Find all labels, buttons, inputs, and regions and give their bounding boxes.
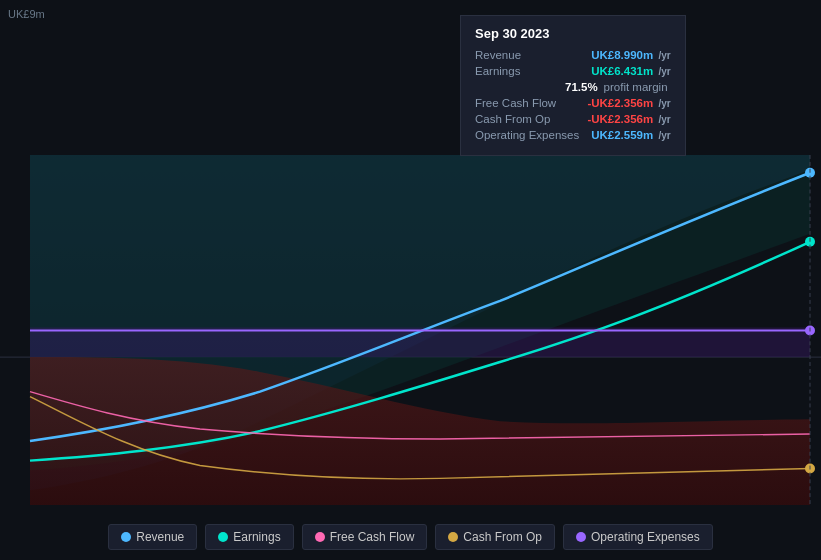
legend-earnings[interactable]: Earnings [205, 524, 293, 550]
y-label-top: UK£9m [8, 8, 45, 20]
tooltip-revenue-value: UK£8.990m /yr [591, 49, 670, 61]
tooltip-fcf-value: -UK£2.356m /yr [587, 97, 670, 109]
tooltip-profit-margin: 71.5% profit margin [475, 81, 671, 93]
legend-opex[interactable]: Operating Expenses [563, 524, 713, 550]
tooltip-opex-row: Operating Expenses UK£2.559m /yr [475, 129, 671, 141]
revenue-dot [121, 532, 131, 542]
tooltip-opex-value: UK£2.559m /yr [591, 129, 670, 141]
cashop-dot [448, 532, 458, 542]
tooltip-earnings-value: UK£6.431m /yr [591, 65, 670, 77]
earnings-dot [218, 532, 228, 542]
legend-revenue-label: Revenue [136, 530, 184, 544]
legend-revenue[interactable]: Revenue [108, 524, 197, 550]
tooltip-earnings-row: Earnings UK£6.431m /yr [475, 65, 671, 77]
fcf-dot [315, 532, 325, 542]
opex-dot [576, 532, 586, 542]
profit-pct-value: 71.5% [565, 81, 598, 93]
legend-fcf-label: Free Cash Flow [330, 530, 415, 544]
legend-earnings-label: Earnings [233, 530, 280, 544]
data-tooltip: Sep 30 2023 Revenue UK£8.990m /yr Earnin… [460, 15, 686, 156]
tooltip-earnings-label: Earnings [475, 65, 520, 77]
tooltip-cashop-label: Cash From Op [475, 113, 550, 125]
legend-cashop-label: Cash From Op [463, 530, 542, 544]
tooltip-revenue-row: Revenue UK£8.990m /yr [475, 49, 671, 61]
tooltip-fcf-row: Free Cash Flow -UK£2.356m /yr [475, 97, 671, 109]
tooltip-revenue-label: Revenue [475, 49, 521, 61]
profit-margin-label: profit margin [604, 81, 668, 93]
tooltip-fcf-label: Free Cash Flow [475, 97, 556, 109]
legend-fcf[interactable]: Free Cash Flow [302, 524, 428, 550]
tooltip-cashop-row: Cash From Op -UK£2.356m /yr [475, 113, 671, 125]
tooltip-cashop-value: -UK£2.356m /yr [587, 113, 670, 125]
chart-container [0, 155, 821, 505]
chart-svg [0, 155, 821, 505]
legend-opex-label: Operating Expenses [591, 530, 700, 544]
tooltip-opex-label: Operating Expenses [475, 129, 579, 141]
legend-cashop[interactable]: Cash From Op [435, 524, 555, 550]
tooltip-date: Sep 30 2023 [475, 26, 671, 41]
chart-legend: Revenue Earnings Free Cash Flow Cash Fro… [0, 524, 821, 550]
